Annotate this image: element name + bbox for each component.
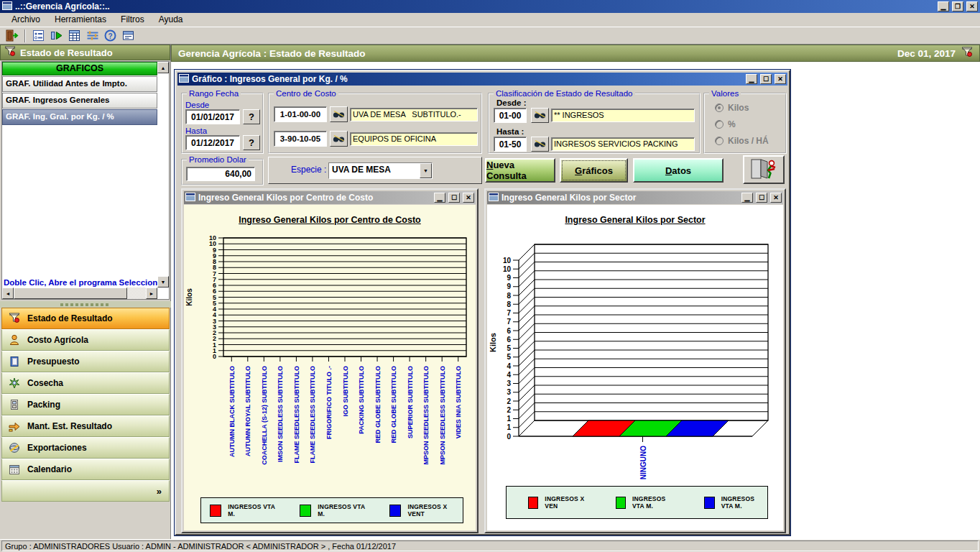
nav-label: Exportaciones [27,443,87,453]
minimize-button[interactable]: ▁ [741,193,753,203]
radio-icon [715,137,724,145]
svg-text:AUTUMN BLACK SUBTITULO: AUTUMN BLACK SUBTITULO [228,366,236,457]
minimize-button[interactable]: ▁ [434,193,445,203]
help-icon[interactable]: ? [101,28,119,44]
centro-costo-desde-search-button[interactable] [330,106,348,122]
scroll-up-icon[interactable]: ▲ [157,62,169,73]
vertical-scrollbar[interactable]: ▲ ▼ [157,62,169,299]
maximize-button[interactable]: ☐ [756,193,767,203]
scroll-left-icon[interactable]: ◄ [2,288,14,299]
svg-text:FLAME SEEDLESS SUBTITULO: FLAME SEEDLESS SUBTITULO [309,366,316,464]
nav-label: Estado de Resultado [27,313,113,323]
graficos-button[interactable]: Gráficos [560,158,628,183]
menu-filtros[interactable]: Filtros [114,13,152,27]
legend-item: INGRESOS VTA M. [704,495,767,510]
clasificacion-desde-search-button[interactable] [531,108,549,123]
maximize-button[interactable]: ☐ [448,193,460,203]
clasificacion-hasta-code[interactable] [494,137,527,152]
filter-icon[interactable] [83,28,101,44]
nav-label: Presupuesto [27,356,80,367]
centro-costo-desde-code[interactable] [274,106,327,122]
desde-date-input[interactable] [185,109,240,124]
binoculars-icon [534,139,546,150]
centro-costo-hasta-desc: EQUIPOS DE OFICINA [350,132,478,146]
hasta-date-input[interactable] [185,135,240,150]
main-header: Gerencia Agrícola : Estado de Resultado … [171,45,980,62]
arrows-icon [9,420,21,432]
sidebar-group-title[interactable]: GRAFICOS [2,62,157,75]
minimize-button[interactable]: ▁ [938,1,949,12]
svg-text:3: 3 [507,388,511,396]
especie-select[interactable]: UVA DE MESA ▼ [328,162,433,179]
options-icon[interactable] [29,28,47,44]
sidebar-item[interactable]: GRAF. Ing. Gral. por Kg. / % [2,109,157,125]
svg-text:4: 4 [507,362,511,370]
valores-radio-kilos[interactable]: Kilos [715,103,749,113]
clasificacion-hasta-search-button[interactable] [531,137,549,152]
sidebar-item[interactable]: GRAF. Ingresos Generales [2,93,157,109]
sidebar-header-label: Estado de Resultado [20,47,113,58]
menu-archivo[interactable]: Archivo [4,13,47,27]
box-icon [9,399,21,410]
menubar: ArchivoHerramientasFiltrosAyuda [0,13,980,27]
nav-overflow-chevron[interactable]: » [1,480,170,502]
svg-text:10: 10 [503,257,512,264]
scroll-down-icon[interactable]: ▼ [157,276,169,288]
valores-radio-kilos-h-[interactable]: Kilos / HÁ [715,136,769,146]
svg-text:1: 1 [507,423,511,431]
form-icon[interactable] [119,28,137,44]
flower-icon [9,377,21,389]
close-button[interactable]: ✕ [463,193,474,203]
horizontal-scrollbar[interactable]: ◄ ► [2,288,157,299]
menu-ayuda[interactable]: Ayuda [152,13,190,27]
datos-button[interactable]: Datos [633,158,724,183]
menu-herramientas[interactable]: Herramientas [47,13,114,27]
nav-exportaciones[interactable]: Exportaciones [1,437,170,459]
desde-help-button[interactable]: ? [243,109,260,124]
valores-radio--[interactable]: % [715,119,736,129]
nueva-consulta-button[interactable]: Nueva Consulta [485,158,555,183]
close-button[interactable]: ✕ [775,74,786,84]
scrollbar-thumb[interactable] [14,288,127,299]
scroll-right-icon[interactable]: ► [146,288,157,299]
minimize-button[interactable]: ▁ [746,74,757,84]
chevron-down-icon[interactable]: ▼ [420,163,432,178]
chart1-plot: 10109988776655443322110AUTUMN BLACK SUBT… [184,234,476,498]
sidebar-program-panel: GRAFICOS GRAF. Utilidad Antes de Impto.G… [1,61,170,300]
sidebar-item[interactable]: GRAF. Utilidad Antes de Impto. [2,76,157,92]
centro-costo-hasta-search-button[interactable] [330,131,348,147]
run-icon[interactable] [47,28,65,44]
svg-text:IMSON SEEDLESS SUBTITULO: IMSON SEEDLESS SUBTITULO [277,366,284,462]
restore-button[interactable]: ❐ [952,1,963,12]
promedio-dolar-input[interactable] [186,167,255,181]
svg-text:AUTUMN ROYAL SUBTITULO: AUTUMN ROYAL SUBTITULO [244,366,251,456]
funnel-icon [4,46,16,59]
table-icon[interactable] [65,28,83,44]
chart2-window-title: Ingreso General Kilos por Sector [501,193,739,203]
person-icon [9,334,21,346]
clasificacion-hasta-desc: INGRESOS SERVICIOS PACKING [551,137,695,151]
sidebar-splitter[interactable] [0,301,171,308]
close-button[interactable]: ✕ [966,1,978,12]
nav-presupuesto[interactable]: Presupuesto [1,351,170,372]
clasificacion-desde-code[interactable] [494,108,527,123]
maximize-button[interactable]: ☐ [760,74,772,84]
nav-packing[interactable]: Packing [1,394,170,415]
exit-door-icon[interactable] [3,28,21,44]
nav-calendario[interactable]: Calendario [1,459,170,480]
nav-mant-est-resultado[interactable]: Mant. Est. Resultado [1,415,170,437]
nav-estado-de-resultado[interactable]: Estado de Resultado [1,308,170,329]
close-button[interactable]: ✕ [770,193,782,203]
chart2-legend: INGRESOS X VENINGRESOS VTA M.INGRESOS VT… [506,486,768,519]
centro-costo-hasta-code[interactable] [274,131,327,147]
svg-text:COACHELLA (S-12) SUBTITULO: COACHELLA (S-12) SUBTITULO [261,366,268,465]
scrollbar-track[interactable] [127,288,146,299]
hasta-help-button[interactable]: ? [243,135,260,150]
mdi-area: Gráfico : Ingresos General por Kg. / % ▁… [171,62,980,539]
svg-text:10: 10 [503,265,512,273]
nav-cosecha[interactable]: Cosecha [1,372,170,394]
main-header-title: Gerencia Agrícola : Estado de Resultado [178,48,366,59]
svg-text:NINGUNO: NINGUNO [639,446,647,479]
nav-costo-agr-cola[interactable]: Costo Agrícola [1,329,170,351]
exit-button[interactable] [743,155,785,184]
